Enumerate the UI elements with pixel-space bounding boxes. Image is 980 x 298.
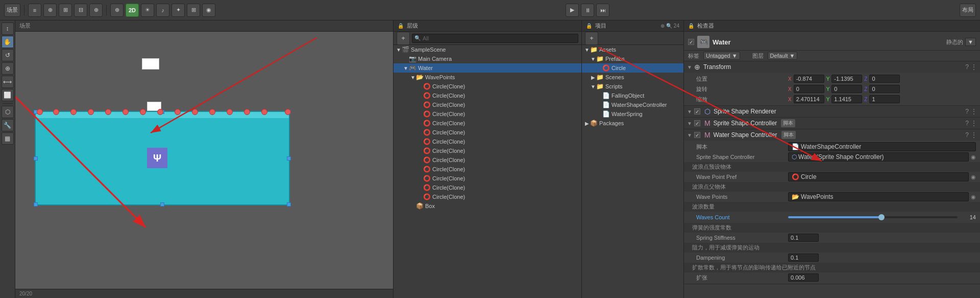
hierarchy-item-circle-8[interactable]: ⭕ Circle(Clone) — [394, 155, 581, 165]
project-item-scenes[interactable]: ▶ 📁 Scenes — [582, 73, 683, 82]
hierarchy-item-circle-12[interactable]: ⭕ Circle(Clone) — [394, 192, 581, 201]
tool-rect[interactable]: ⬜ — [2, 89, 14, 101]
scale-y-field[interactable]: 1.1415 — [831, 95, 862, 103]
transform-header[interactable]: ▼ ⊕ Transform ? ⋮ — [684, 61, 980, 73]
hierarchy-add-btn[interactable]: + — [397, 32, 410, 45]
wsc-enabled[interactable]: ✓ — [694, 132, 700, 138]
scene-canvas[interactable]: Ψ — [15, 32, 393, 289]
project-item-assets[interactable]: ▼ 📁 Assets — [582, 45, 683, 54]
hierarchy-item-circle-1[interactable]: ⭕ Circle(Clone) — [394, 91, 581, 100]
pos-y-field[interactable]: -1.1395 — [831, 75, 862, 83]
hierarchy-item-water[interactable]: ▼ 🎮 Water — [394, 63, 581, 73]
menu-icon[interactable]: ⋮ — [971, 131, 977, 139]
hierarchy-item-box[interactable]: 📦 Box — [394, 201, 581, 211]
question-icon[interactable]: ? — [965, 63, 969, 71]
hierarchy-item-wavepoints[interactable]: ▼ 📂 WavePoints — [394, 73, 581, 82]
toolbar-button-3[interactable]: ⊞ — [59, 4, 72, 17]
tool-move[interactable]: ↺ — [2, 49, 14, 61]
hierarchy-item-circle-11[interactable]: ⭕ Circle(Clone) — [394, 183, 581, 192]
toolbar-button-4[interactable]: ⊟ — [74, 4, 87, 17]
tool-hand[interactable]: ✋ — [2, 36, 14, 48]
toolbar-button-1[interactable]: ≡ — [28, 4, 41, 17]
handle-bottom-left[interactable] — [34, 202, 38, 207]
rot-x-field[interactable]: 0 — [794, 85, 824, 93]
project-add-btn[interactable]: + — [585, 32, 598, 45]
sprite-shape-ref[interactable]: ⬡ Water (Sprite Shape Controller) — [788, 152, 969, 162]
menu-icon[interactable]: ⋮ — [971, 63, 977, 71]
hierarchy-search[interactable]: 🔍 All — [412, 34, 578, 43]
tool-custom1[interactable]: ⬡ — [2, 106, 14, 118]
spread-field[interactable]: 0.006 — [788, 273, 819, 282]
hierarchy-content[interactable]: ▼ 🎬 SampleScene 📷 Main Camera ▼ 🎮 Water — [394, 45, 581, 298]
hierarchy-item-circle-9[interactable]: ⭕ Circle(Clone) — [394, 165, 581, 174]
view-toggle[interactable]: ⊕ — [110, 4, 124, 17]
project-item-circle[interactable]: ⭕ Circle — [582, 63, 683, 73]
light-toggle[interactable]: ☀ — [141, 4, 154, 17]
hierarchy-item-circle-5[interactable]: ⭕ Circle(Clone) — [394, 128, 581, 137]
toolbar-button-5[interactable]: ⊕ — [89, 4, 103, 17]
waves-count-slider[interactable] — [788, 216, 958, 218]
target-icon-3[interactable]: ◉ — [971, 194, 976, 200]
question-icon[interactable]: ? — [965, 120, 969, 127]
project-item-watershapecontroller[interactable]: 📄 WaterShapeController — [582, 100, 683, 109]
scene-tab[interactable]: 场景 — [4, 4, 20, 17]
handle-middle-left[interactable] — [34, 156, 38, 161]
ssr-header[interactable]: ▼ ✓ ⬡ Sprite Shape Renderer ? ⋮ — [684, 106, 980, 117]
toolbar-button-2[interactable]: ⊕ — [43, 4, 57, 17]
wave-points-ref[interactable]: 📂 WavePoints — [788, 192, 969, 201]
hierarchy-item-circle-4[interactable]: ⭕ Circle(Clone) — [394, 119, 581, 128]
tool-rotate[interactable]: ⊕ — [2, 62, 14, 75]
project-item-scripts[interactable]: ▼ 📁 Scripts — [582, 82, 683, 91]
pause-button[interactable]: ⏸ — [581, 4, 594, 17]
step-button[interactable]: ⏭ — [596, 4, 609, 17]
hierarchy-item-maincamera[interactable]: 📷 Main Camera — [394, 54, 581, 63]
wsc-header[interactable]: ▼ ✓ M Water Shape Controller 脚本 ? ⋮ — [684, 129, 980, 141]
water-rectangle[interactable]: Ψ — [35, 111, 290, 205]
rot-y-field[interactable]: 0 — [831, 85, 862, 93]
spring-stiffness-field[interactable]: 0.1 — [788, 234, 819, 242]
pos-z-field[interactable]: 0 — [869, 75, 900, 83]
project-content[interactable]: ▼ 📁 Assets ▼ 📁 Prefabs ⭕ Circle ▶ — [582, 45, 683, 298]
tool-scale[interactable]: ⟷ — [2, 76, 14, 88]
question-icon[interactable]: ? — [965, 108, 969, 115]
grid-toggle[interactable]: ⊞ — [187, 4, 200, 17]
dampening-field[interactable]: 0.1 — [788, 254, 819, 262]
ssr-enabled[interactable]: ✓ — [694, 108, 700, 114]
hierarchy-item-circle-2[interactable]: ⭕ Circle(Clone) — [394, 100, 581, 109]
menu-icon[interactable]: ⋮ — [971, 120, 977, 127]
hierarchy-item-circle-10[interactable]: ⭕ Circle(Clone) — [394, 174, 581, 183]
tag-dropdown[interactable]: Untagged ▼ — [703, 52, 740, 60]
play-button[interactable]: ▶ — [566, 4, 579, 17]
scale-z-field[interactable]: 1 — [869, 95, 900, 103]
hierarchy-item-samplescene[interactable]: ▼ 🎬 SampleScene — [394, 45, 581, 54]
project-item-packages[interactable]: ▶ 📦 Packages — [582, 119, 683, 128]
layer-dropdown[interactable]: Default ▼ — [768, 52, 798, 60]
menu-icon[interactable]: ⋮ — [971, 108, 977, 115]
fx-toggle[interactable]: ✦ — [172, 4, 185, 17]
hierarchy-item-circle-0[interactable]: ⭕ Circle(Clone) — [394, 82, 581, 91]
tool-select[interactable]: ↕ — [2, 22, 14, 35]
handle-bottom-right[interactable] — [287, 202, 291, 207]
ssc-header[interactable]: ▼ ✓ M Sprite Shape Controller 脚本 ? ⋮ — [684, 118, 980, 129]
target-icon-2[interactable]: ◉ — [971, 174, 976, 180]
2d-button[interactable]: 2D — [126, 4, 139, 17]
gameobject-name[interactable]: Water — [713, 38, 731, 46]
gizmo-toggle[interactable]: ◉ — [202, 4, 215, 17]
project-item-prefabs[interactable]: ▼ 📁 Prefabs — [582, 54, 683, 63]
slider-thumb[interactable] — [878, 214, 885, 220]
audio-toggle[interactable]: ♪ — [156, 4, 169, 17]
project-item-fallingobject[interactable]: 📄 FallingObject — [582, 91, 683, 100]
handle-middle-right[interactable] — [287, 156, 291, 161]
hierarchy-item-circle-7[interactable]: ⭕ Circle(Clone) — [394, 146, 581, 155]
project-item-waterspring[interactable]: 📄 WaterSpring — [582, 109, 683, 119]
tool-custom2[interactable]: 🔧 — [2, 119, 14, 131]
tool-custom3[interactable]: ▦ — [2, 132, 14, 145]
static-dropdown[interactable]: ▼ — [965, 38, 976, 46]
ssc-enabled[interactable]: ✓ — [694, 120, 700, 126]
pos-x-field[interactable]: -0.874 — [794, 75, 824, 83]
handle-bottom-middle[interactable] — [160, 202, 164, 207]
wave-point-pref-ref[interactable]: ⭕ Circle — [788, 172, 969, 181]
question-icon[interactable]: ? — [965, 131, 969, 139]
scale-x-field[interactable]: 2.470114 — [794, 95, 824, 103]
hierarchy-item-circle-3[interactable]: ⭕ Circle(Clone) — [394, 109, 581, 119]
